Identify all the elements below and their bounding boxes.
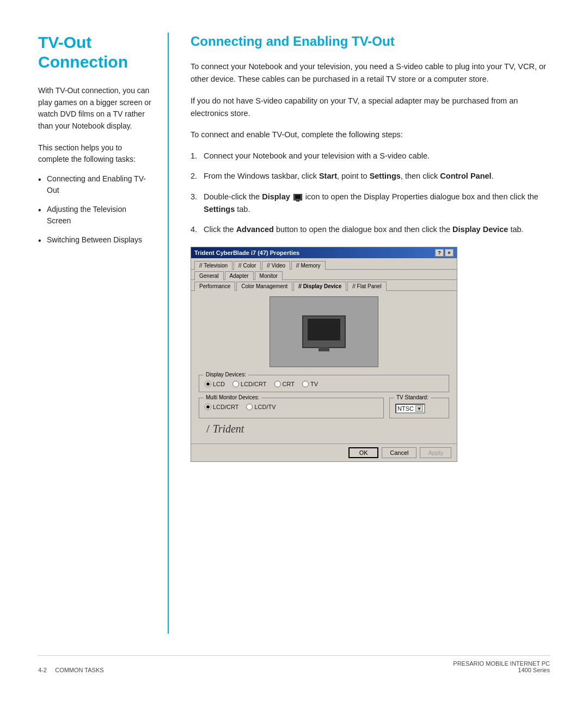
tab-display-device[interactable]: Display Device: [293, 282, 346, 291]
tabs-row-1: Television Color Video Memory: [191, 258, 457, 270]
content-area: TV-Out Connection With TV-Out connection…: [38, 33, 550, 634]
bold-display-device: Display Device: [452, 225, 508, 234]
radio-crt-label: CRT: [283, 381, 295, 387]
multi-monitor-group: Multi Monitor Devices: LCD/CRT LCD/TV: [199, 398, 384, 418]
list-item: Connecting and Enabling TV-Out: [38, 173, 151, 196]
list-item: Adjusting the Television Screen: [38, 204, 151, 227]
steps-list: 1. Connect your Notebook and your televi…: [191, 150, 550, 236]
radio-crt[interactable]: CRT: [274, 381, 295, 387]
display-devices-label: Display Devices:: [204, 372, 248, 378]
radio-tv-label: TV: [310, 381, 318, 387]
product-name-line2: 1400 Series: [453, 667, 550, 673]
radio-mm-lcd-tv-label: LCD/TV: [254, 404, 275, 410]
left-section-intro: This section helps you to complete the f…: [38, 142, 151, 166]
page-number: 4-2: [38, 667, 47, 673]
step-text: Click the Advanced button to open the di…: [204, 225, 524, 234]
display-preview: [270, 296, 378, 367]
left-column: TV-Out Connection With TV-Out connection…: [38, 33, 169, 634]
bold-display: Display: [262, 192, 290, 201]
radio-mm-lcd-crt[interactable]: LCD/CRT: [205, 404, 238, 410]
step-num: 4.: [191, 223, 197, 236]
bold-control-panel: Control Panel: [440, 172, 491, 180]
trident-slash: /: [206, 422, 213, 435]
tab-performance[interactable]: Performance: [194, 282, 235, 291]
bold-settings-tab: Settings: [204, 205, 235, 214]
title-line1: TV-Out: [38, 33, 91, 51]
right-para-1: To connect your Notebook and your televi…: [191, 60, 550, 86]
display-devices-group: Display Devices: LCD LCD/CRT: [199, 375, 449, 392]
multi-monitor-label: Multi Monitor Devices:: [204, 394, 261, 400]
display-icon: [293, 194, 302, 200]
radio-mm-lcd-crt-circle[interactable]: [205, 404, 211, 410]
dialog-title: Trident CyberBlade i7 (47) Properties: [194, 249, 299, 256]
radio-crt-circle[interactable]: [274, 381, 281, 387]
radio-lcd[interactable]: LCD: [205, 381, 225, 387]
multi-monitor-radio-row: LCD/CRT LCD/TV: [205, 401, 378, 410]
tab-monitor[interactable]: Monitor: [255, 271, 283, 280]
trident-name: Trident: [213, 423, 244, 435]
monitor-stand: [318, 347, 329, 351]
step-num: 2.: [191, 170, 197, 182]
section-name: Common Tasks: [55, 667, 103, 673]
product-name-line1: Presario Mobile Internet PC: [453, 660, 550, 667]
select-arrow-icon[interactable]: ▼: [415, 405, 423, 412]
radio-lcd-crt-label: LCD/CRT: [241, 381, 266, 387]
step-num: 1.: [191, 150, 197, 162]
bullet-list: Connecting and Enabling TV-Out Adjusting…: [38, 173, 151, 246]
title-line2: Connection: [38, 53, 128, 71]
close-button[interactable]: ×: [445, 249, 454, 257]
step-num: 3.: [191, 191, 197, 203]
tab-adapter[interactable]: Adapter: [225, 271, 254, 280]
dialog-footer: OK Cancel Apply: [191, 443, 457, 461]
tv-standard-select[interactable]: NTSC ▼: [395, 404, 425, 413]
dialog-window: Trident CyberBlade i7 (47) Properties ? …: [191, 247, 457, 462]
bold-start: Start: [319, 172, 337, 180]
tab-color-management[interactable]: Color Management: [236, 282, 292, 291]
right-column: Connecting and Enabling TV-Out To connec…: [169, 33, 550, 634]
radio-lcd-label: LCD: [213, 381, 225, 387]
page-container: TV-Out Connection With TV-Out connection…: [0, 0, 588, 706]
radio-lcd-crt[interactable]: LCD/CRT: [232, 381, 266, 387]
tab-memory[interactable]: Memory: [291, 261, 325, 270]
tab-television[interactable]: Television: [194, 261, 232, 270]
right-para-3: To connect and enable TV-Out, complete t…: [191, 129, 550, 141]
radio-mm-lcd-tv-circle[interactable]: [246, 404, 253, 410]
tabs-row-3: Performance Color Management Display Dev…: [191, 280, 457, 291]
radio-tv-circle[interactable]: [302, 381, 309, 387]
footer-right: Presario Mobile Internet PC 1400 Series: [453, 660, 550, 673]
tab-general[interactable]: General: [194, 271, 224, 280]
tv-standard-value: NTSC: [397, 405, 414, 412]
bold-settings: Settings: [370, 172, 401, 180]
cancel-button[interactable]: Cancel: [382, 447, 416, 458]
right-column-title: Connecting and Enabling TV-Out: [191, 33, 550, 50]
step-text: Connect your Notebook and your televisio…: [204, 151, 430, 160]
apply-button[interactable]: Apply: [420, 447, 451, 458]
tab-video[interactable]: Video: [262, 261, 290, 270]
titlebar-controls: ? ×: [435, 249, 454, 257]
tab-flat-panel[interactable]: Flat Panel: [347, 282, 386, 291]
tabs-row-2: General Adapter Monitor: [191, 270, 457, 280]
left-title: TV-Out Connection: [38, 33, 151, 72]
radio-lcd-circle[interactable]: [205, 381, 211, 387]
tv-standard-label: TV Standard:: [394, 394, 431, 400]
step-1: 1. Connect your Notebook and your televi…: [191, 150, 550, 162]
right-para-2: If you do not have S-video capability on…: [191, 95, 550, 120]
radio-mm-lcd-tv[interactable]: LCD/TV: [246, 404, 275, 410]
page-footer: 4-2 Common Tasks Presario Mobile Interne…: [38, 655, 550, 673]
radio-mm-lcd-crt-label: LCD/CRT: [213, 404, 238, 410]
step-text: Double-click the Display icon to open th…: [204, 192, 538, 214]
monitor-graphic: [302, 315, 346, 348]
tv-standard-select-row: NTSC ▼: [395, 404, 443, 413]
tab-color[interactable]: Color: [234, 261, 261, 270]
trident-logo: / Trident: [199, 418, 449, 438]
radio-lcd-crt-circle[interactable]: [232, 381, 239, 387]
display-devices-radio-row: LCD LCD/CRT CRT: [205, 379, 443, 387]
dialog-content: Display Devices: LCD LCD/CRT: [191, 291, 457, 443]
left-intro-text: With TV-Out connection, you can play gam…: [38, 85, 151, 132]
list-item: Switching Between Displays: [38, 234, 151, 246]
ok-button[interactable]: OK: [348, 447, 378, 458]
help-button[interactable]: ?: [435, 249, 444, 257]
step-2: 2. From the Windows taskbar, click Start…: [191, 170, 550, 182]
radio-tv[interactable]: TV: [302, 381, 318, 387]
monitor-screen: [308, 319, 340, 340]
